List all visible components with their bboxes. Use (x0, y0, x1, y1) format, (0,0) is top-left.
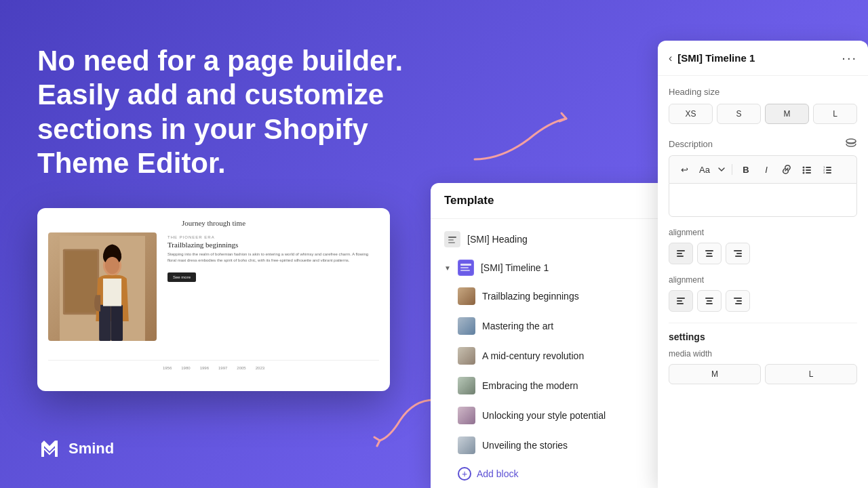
heading-size-label: Heading size (669, 87, 857, 97)
list-item[interactable]: Mastering the art (431, 311, 682, 341)
settings-divider (669, 323, 857, 323)
item-thumbnail-5 (458, 407, 475, 424)
description-label: Description (669, 138, 857, 150)
collapse-arrow-icon: ▼ (444, 264, 451, 272)
svg-rect-6 (103, 279, 121, 306)
align-right-button[interactable] (726, 243, 750, 264)
svg-rect-29 (826, 172, 831, 174)
svg-rect-11 (448, 239, 454, 241)
svg-rect-33 (705, 250, 713, 251)
content-alignment-section: alignment (669, 275, 857, 312)
content-align-center-button[interactable] (697, 290, 722, 312)
heading-section-label: [SMI] Heading (467, 234, 528, 245)
preview-timeline: 1956 1980 1996 1997 2005 2023 (48, 360, 379, 370)
back-arrow-icon[interactable]: ‹ (669, 52, 672, 64)
add-block-label: Add block (477, 468, 518, 479)
svg-rect-46 (736, 300, 742, 302)
svg-rect-31 (677, 253, 682, 254)
align-right-icon (733, 249, 743, 258)
timeline-group-header[interactable]: ▼ [SMI] Timeline 1 (431, 254, 682, 281)
size-btn-xs[interactable]: XS (669, 104, 713, 124)
preview-year-4: 1997 (218, 366, 227, 370)
svg-rect-38 (735, 256, 742, 257)
add-icon: + (458, 467, 471, 481)
preview-year-1: 1956 (163, 366, 172, 370)
list-item[interactable]: Trailblazing beginnings (431, 281, 682, 311)
svg-rect-14 (460, 264, 471, 266)
svg-rect-37 (736, 253, 742, 254)
svg-point-17 (846, 139, 856, 143)
link-icon (782, 165, 791, 174)
heading-icon (448, 235, 457, 244)
description-textarea-area (669, 183, 857, 217)
content-align-right-button[interactable] (726, 290, 750, 312)
database-icon (845, 138, 857, 150)
left-section: No need for a page builder. Easily add a… (37, 44, 431, 391)
italic-button[interactable]: I (758, 161, 774, 178)
svg-rect-47 (735, 303, 742, 304)
settings-more-button[interactable]: ··· (842, 50, 857, 66)
timeline-group-icon (458, 260, 474, 276)
preview-body: Stepping into the realm of bohemian fash… (167, 251, 376, 264)
svg-point-20 (803, 169, 805, 171)
svg-rect-44 (706, 303, 713, 304)
align-center-icon (705, 249, 714, 258)
media-width-label: media width (669, 349, 857, 359)
preview-year-3: 1996 (200, 366, 209, 370)
align-left-icon (676, 249, 686, 258)
size-btn-m[interactable]: M (765, 104, 809, 124)
media-width-l-button[interactable]: L (765, 364, 857, 384)
list-ul-icon (802, 165, 812, 174)
preview-heading: Trailblazing beginnings (167, 241, 376, 249)
size-btn-l[interactable]: L (813, 104, 857, 124)
unordered-list-button[interactable] (799, 161, 815, 178)
font-style-button[interactable]: Aa (696, 161, 713, 178)
svg-rect-12 (448, 242, 455, 243)
list-item[interactable]: Unveiling the stories (431, 430, 682, 460)
settings-panel: ‹ [SMI] Timeline 1 ··· Heading size XS S… (658, 41, 868, 488)
heading-section-icon (444, 231, 460, 247)
heading-size-buttons: XS S M L (669, 104, 857, 124)
svg-rect-43 (707, 300, 712, 302)
logo-area: Smind (37, 436, 114, 461)
item-label-6: Unveiling the stories (482, 440, 568, 451)
settings-back-nav[interactable]: ‹ [SMI] Timeline 1 (669, 52, 755, 64)
smind-logo-icon (37, 436, 62, 461)
add-block-button[interactable]: + Add block (431, 460, 682, 487)
settings-panel-title: [SMI] Timeline 1 (677, 52, 755, 64)
text-alignment-label: alignment (669, 228, 857, 237)
svg-rect-41 (677, 303, 684, 304)
media-width-m-button[interactable]: M (669, 364, 761, 384)
ordered-list-button[interactable]: 1. 2. 3. (819, 161, 835, 178)
size-btn-s[interactable]: S (717, 104, 761, 124)
link-button[interactable] (778, 161, 795, 178)
settings-body: Heading size XS S M L Description ↩ Aa B… (658, 76, 868, 486)
preview-year-2: 1980 (181, 366, 190, 370)
preview-year-6: 2023 (256, 366, 264, 370)
chevron-down-icon[interactable] (717, 165, 726, 174)
timeline-group-label: [SMI] Timeline 1 (481, 262, 549, 273)
bold-button[interactable]: B (738, 161, 754, 178)
align-center-button[interactable] (697, 243, 722, 264)
svg-point-22 (803, 172, 805, 174)
content-align-left-button[interactable] (669, 290, 693, 312)
list-item[interactable]: Unlocking your style potential (431, 401, 682, 430)
svg-rect-2 (65, 251, 97, 312)
media-width-buttons: M L (669, 364, 857, 384)
template-section-heading[interactable]: [SMI] Heading (431, 224, 682, 254)
preview-image (48, 232, 157, 341)
svg-rect-27 (826, 169, 831, 171)
svg-rect-15 (460, 267, 469, 268)
timeline-group: ▼ [SMI] Timeline 1 Trailblazing beginnin… (431, 254, 682, 487)
list-item[interactable]: Embracing the modern (431, 371, 682, 401)
settings-header: ‹ [SMI] Timeline 1 ··· (658, 41, 868, 76)
list-item[interactable]: A mid-century revolution (431, 341, 682, 371)
content-alignment-label: alignment (669, 275, 857, 285)
person-illustration (58, 236, 146, 341)
align-left-button[interactable] (669, 243, 693, 264)
template-items: [SMI] Heading ▼ [SMI] Timeline 1 (431, 219, 682, 487)
svg-rect-23 (806, 172, 811, 174)
svg-rect-10 (448, 237, 456, 238)
content-align-left-icon (676, 296, 686, 306)
text-alignment-section: alignment (669, 228, 857, 264)
